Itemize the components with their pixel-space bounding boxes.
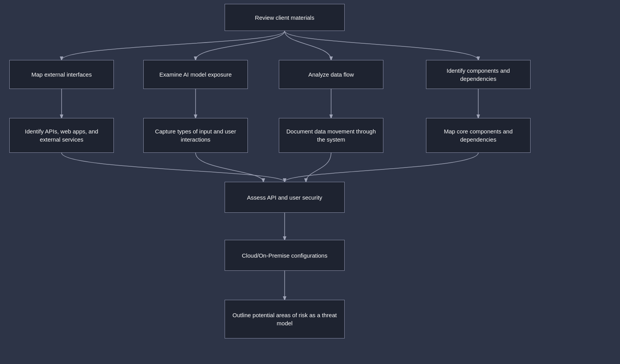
node-map-core: Map core components and dependencies <box>426 118 531 153</box>
node-identify-components: Identify components and dependencies <box>426 60 531 89</box>
node-assess-api: Assess API and user security <box>225 182 345 213</box>
node-identify-apis: Identify APIs, web apps, and external se… <box>9 118 114 153</box>
diagram-container: Review client materials Map external int… <box>0 0 620 364</box>
node-map-external: Map external interfaces <box>9 60 114 89</box>
node-cloud-on-premise: Cloud/On-Premise configurations <box>225 240 345 271</box>
node-document-data: Document data movement through the syste… <box>279 118 383 153</box>
node-capture-types: Capture types of input and user interact… <box>143 118 248 153</box>
node-analyze-data: Analyze data flow <box>279 60 383 89</box>
node-review-client: Review client materials <box>225 4 345 31</box>
node-outline-potential: Outline potential areas of risk as a thr… <box>225 300 345 338</box>
node-examine-ai: Examine AI model exposure <box>143 60 248 89</box>
